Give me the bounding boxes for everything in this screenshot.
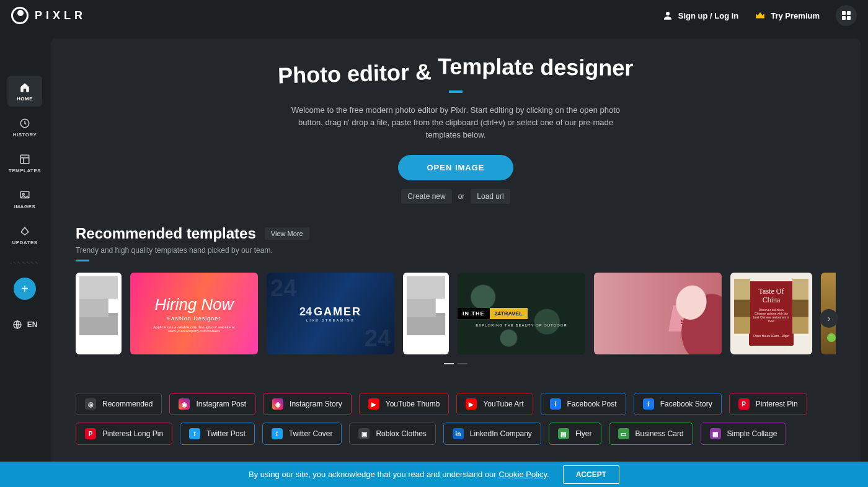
category-pill-igp[interactable]: ◉Instagram Post: [169, 393, 255, 415]
category-pill-ytt[interactable]: ▶YouTube Thumb: [359, 393, 450, 415]
carousel-next-button[interactable]: ›: [820, 309, 838, 328]
user-icon: [662, 10, 673, 21]
plus-icon: +: [21, 282, 29, 296]
sidebar: HOME HISTORY TEMPLATES IMAGES UPDATES + …: [0, 31, 50, 487]
svg-rect-2: [20, 155, 29, 164]
category-label: Facebook Story: [660, 400, 712, 408]
sidebar-item-updates[interactable]: UPDATES: [7, 219, 42, 250]
signup-label: Sign up / Log in: [678, 11, 738, 20]
category-pill-bc[interactable]: ▭Business Card: [609, 423, 693, 445]
hero-sub-actions: Create new or Load url: [76, 189, 836, 204]
category-pill-fbp[interactable]: fFacebook Post: [541, 393, 626, 415]
category-icon: f: [643, 398, 654, 410]
category-label: Business Card: [636, 429, 684, 438]
category-pill-fly[interactable]: ▤Flyer: [549, 423, 601, 445]
category-pill-twc[interactable]: tTwitter Cover: [262, 423, 342, 445]
sidebar-label: HOME: [17, 96, 33, 102]
main-panel: Photo editor & Template designer Welcome…: [51, 38, 861, 487]
category-label: Twitter Post: [206, 429, 246, 438]
category-label: LinkedIn Company: [470, 429, 532, 438]
category-pill-twp[interactable]: tTwitter Post: [180, 423, 255, 445]
category-pill-rbx[interactable]: ▣Roblox Clothes: [349, 423, 435, 445]
category-label: YouTube Thumb: [386, 400, 440, 408]
language-label: EN: [27, 320, 38, 329]
recommended-section: Recommended templates View More Trendy a…: [51, 219, 861, 378]
hero-underline: [449, 90, 463, 93]
cookie-accept-button[interactable]: ACCEPT: [563, 465, 619, 484]
brand-text: PIXLR: [35, 9, 86, 22]
template-card[interactable]: Taste Of China Discover delicious Chines…: [730, 273, 812, 354]
category-pill-pin[interactable]: PPinterest Pin: [729, 393, 807, 415]
category-label: Instagram Post: [196, 400, 246, 408]
view-more-button[interactable]: View More: [265, 227, 309, 240]
template-card[interactable]: 24 24 24 GAMER LIVE STREAMING: [267, 273, 394, 354]
sidebar-item-templates[interactable]: TEMPLATES: [7, 147, 42, 178]
sidebar-divider: [11, 261, 39, 264]
signup-login-link[interactable]: Sign up / Log in: [662, 10, 738, 21]
category-pill-igs[interactable]: ◉Instagram Story: [263, 393, 352, 415]
sidebar-item-images[interactable]: IMAGES: [7, 183, 42, 214]
carousel-dot[interactable]: [458, 363, 467, 364]
cookie-policy-link[interactable]: Cookie Policy: [498, 470, 547, 479]
category-icon: ◉: [179, 398, 190, 410]
category-icon: ▣: [358, 428, 370, 439]
home-icon: [19, 82, 30, 93]
category-icon: ▤: [558, 428, 569, 439]
sidebar-label: IMAGES: [14, 204, 36, 209]
category-icon: P: [85, 428, 96, 439]
template-card[interactable]: IN THE 24TRAVEL EXPLORING THE BEAUTY OF …: [458, 273, 585, 354]
sidebar-label: UPDATES: [12, 240, 37, 245]
history-icon: [19, 118, 30, 129]
category-icon: ▶: [368, 398, 379, 410]
new-project-fab[interactable]: +: [14, 278, 36, 300]
try-premium-link[interactable]: Try Premium: [755, 10, 820, 21]
category-pill-pinl[interactable]: PPinterest Long Pin: [76, 423, 172, 445]
sidebar-label: TEMPLATES: [9, 168, 41, 173]
category-icon: t: [272, 428, 283, 439]
templates-icon: [19, 154, 30, 165]
cookie-text: By using our site, you acknowledge that …: [249, 470, 549, 479]
category-icon: ▦: [710, 428, 721, 439]
category-icon: t: [189, 428, 200, 439]
template-card[interactable]: AKA SALOON: [594, 273, 722, 354]
language-switcher[interactable]: EN: [12, 320, 38, 330]
category-pill-col[interactable]: ▦Simple Collage: [701, 423, 787, 445]
template-card[interactable]: [76, 273, 122, 354]
carousel-dots: [76, 363, 836, 364]
hero-title: Photo editor & Template designer: [278, 54, 634, 89]
sidebar-item-history[interactable]: HISTORY: [7, 112, 42, 143]
hero-description: Welcome to the free modern photo editor …: [282, 104, 629, 141]
category-icon: P: [738, 398, 750, 410]
category-pill-fbs[interactable]: fFacebook Story: [634, 393, 722, 415]
template-card[interactable]: Hiring Now Fashion Designer Applications…: [130, 273, 258, 354]
carousel-dot[interactable]: [444, 363, 454, 364]
premium-label: Try Premium: [771, 11, 820, 20]
svg-point-0: [666, 12, 670, 15]
category-label: Twitter Cover: [289, 429, 333, 438]
apps-grid-icon: [842, 11, 851, 20]
template-card[interactable]: [403, 273, 449, 354]
updates-icon: [19, 226, 30, 237]
hero: Photo editor & Template designer Welcome…: [51, 38, 861, 219]
category-label: Facebook Post: [567, 400, 617, 408]
chevron-right-icon: ›: [828, 314, 831, 323]
open-image-button[interactable]: OPEN IMAGE: [398, 155, 513, 180]
create-new-button[interactable]: Create new: [401, 189, 451, 204]
template-carousel: Hiring Now Fashion Designer Applications…: [76, 273, 836, 364]
crown-icon: [755, 10, 766, 21]
logo-mark-icon: [11, 7, 29, 24]
cookie-bar: By using our site, you acknowledge that …: [0, 462, 868, 487]
section-subtitle: Trendy and high quality templates hand p…: [76, 246, 836, 255]
sidebar-item-home[interactable]: HOME: [7, 76, 42, 107]
load-url-button[interactable]: Load url: [471, 189, 510, 204]
svg-point-4: [22, 193, 24, 195]
apps-menu-button[interactable]: [836, 5, 857, 26]
globe-icon: [12, 320, 22, 330]
category-label: Flyer: [575, 429, 592, 438]
category-pill-rec[interactable]: ◎Recommended: [76, 393, 162, 415]
logo[interactable]: PIXLR: [11, 7, 86, 24]
category-icon: ◉: [272, 398, 283, 410]
category-label: YouTube Art: [483, 400, 523, 408]
category-pill-yta[interactable]: ▶YouTube Art: [456, 393, 533, 415]
category-pill-li[interactable]: inLinkedIn Company: [443, 423, 541, 445]
